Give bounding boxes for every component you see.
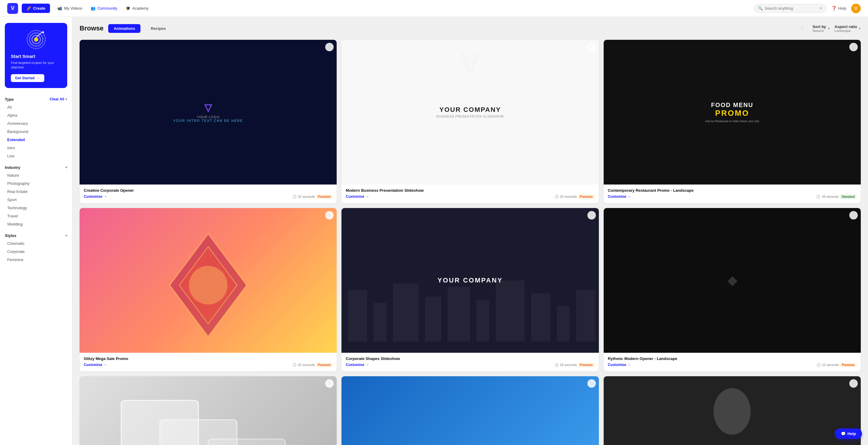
svg-rect-14 [476, 300, 490, 342]
industry-header[interactable]: Industry ▾ [0, 162, 72, 172]
sidebar-promo: Start Smart Find targeted recipes for yo… [5, 23, 67, 88]
fav-button-9[interactable]: ♡ [849, 379, 858, 388]
card-corporate-shapes: YOUR COMPANY [341, 208, 598, 372]
card-info-4: Glitzy Mega Sale Promo Customise → 🕐 22 … [80, 353, 337, 372]
search-icon: 🔍 [758, 6, 763, 10]
sidebar-item-sport[interactable]: Sport [5, 196, 67, 204]
card-urban-portrait: ♡ Urban Portrait Opener Customise → 🕐 15… [604, 376, 861, 445]
card-rythmic-opener: ◆ ♡ Rythmic Modern Opener - Landscape Cu… [604, 208, 861, 372]
clear-search-icon[interactable]: ✕ [819, 6, 823, 10]
clock-icon: 🕐 [292, 363, 297, 367]
main-content: Browse Animations Recipes ♡ Sort by Newe… [72, 17, 868, 445]
thumb-inner-8 [341, 376, 598, 445]
card-thumb-3: FOOD MENU PROMO visit our Restaurant on … [604, 40, 861, 184]
sort-control[interactable]: Sort by Newest ▾ [812, 24, 830, 33]
arrow-icon: → [103, 195, 107, 199]
card-meta-6: Customise → 🕐 12 seconds Premium [608, 363, 857, 367]
sidebar-item-extended[interactable]: Extended [5, 136, 67, 144]
customise-link-3[interactable]: Customise → [608, 195, 631, 199]
badge-2: Premium [578, 195, 595, 199]
card-glitzy-sale: ♡ Glitzy Mega Sale Promo Customise → 🕐 2… [80, 208, 337, 372]
card-title-4: Glitzy Mega Sale Promo [84, 356, 333, 361]
rocket-icon: 🚀 [27, 6, 31, 10]
svg-rect-16 [531, 293, 551, 342]
get-started-button[interactable]: Get Started → [11, 74, 44, 82]
fav-button-5[interactable]: ♡ [587, 211, 596, 219]
customise-link-4[interactable]: Customise → [84, 363, 107, 367]
customise-link-5[interactable]: Customise → [346, 363, 369, 367]
portrait-svg [655, 384, 809, 445]
sidebar-item-technology[interactable]: Technology [5, 204, 67, 212]
help-fab-button[interactable]: 💬 Help [835, 428, 862, 439]
target-icon [26, 29, 47, 50]
sidebar-type-section: Type Clear All ▾ All Alpha Anniversary B… [0, 94, 72, 160]
sidebar-item-cinematic[interactable]: Cinematic [5, 240, 67, 247]
search-input[interactable] [765, 6, 817, 10]
tab-recipes[interactable]: Recipes [145, 24, 171, 33]
sidebar-item-all[interactable]: All [5, 103, 67, 111]
sidebar-item-anniversary[interactable]: Anniversary [5, 120, 67, 127]
fav-button-6[interactable]: ♡ [849, 211, 858, 219]
card-corp-presentation: ♡ Corporate Presentation Customise → 🕐 2… [341, 376, 598, 445]
sidebar-item-background[interactable]: Background [5, 128, 67, 136]
customise-link-6[interactable]: Customise → [608, 363, 631, 367]
card-meta-3: Customise → 🕐 28 seconds Standard [608, 195, 857, 199]
nav-community[interactable]: 👥 Community [91, 6, 117, 10]
sidebar-item-live[interactable]: Live [5, 152, 67, 160]
thumb-inner-9 [604, 376, 861, 445]
sidebar-item-travel[interactable]: Travel [5, 212, 67, 220]
clock-icon: 🕐 [816, 363, 821, 367]
aspect-label: Aspect ratio Landscape [835, 24, 857, 33]
help-button[interactable]: ❓ Help [831, 6, 846, 11]
clear-all-button[interactable]: Clear All ▾ [50, 97, 67, 101]
arrow-icon: → [627, 363, 631, 367]
top-nav: V 🚀 Create 📹 My Videos 👥 Community 🎓 Aca… [0, 0, 868, 17]
nav-right: 🔍 ✕ ❓ Help V [754, 4, 861, 13]
sidebar-item-photography[interactable]: Photography [5, 180, 67, 187]
search-box[interactable]: 🔍 ✕ [754, 4, 827, 13]
sidebar-item-feminine[interactable]: Feminine [5, 256, 67, 264]
type-header: Type Clear All ▾ [5, 94, 67, 103]
favorites-button[interactable]: ♡ [797, 23, 808, 34]
fav-button-8[interactable]: ♡ [587, 379, 596, 388]
nav-academy[interactable]: 🎓 Academy [126, 6, 149, 10]
card-duration-2: 🕐 20 seconds Premium [555, 195, 595, 199]
customise-link-1[interactable]: Customise → [84, 195, 107, 199]
thumb-inner-4 [80, 208, 337, 353]
card-title-5: Corporate Shapes Slideshow [346, 356, 594, 361]
sidebar-item-alpha[interactable]: Alpha [5, 112, 67, 119]
fav-button-2[interactable]: ♡ [587, 43, 596, 51]
card-duration-4: 🕐 22 seconds Premium [292, 363, 333, 367]
card-modern-business: YOUR COMPANY BUSINESS PRESENTATION SLIDE… [341, 40, 598, 203]
badge-5: Premium [578, 363, 595, 367]
card-title-3: Contemporary Restaurant Promo - Landscap… [608, 188, 857, 192]
card-info-2: Modern Business Presentation Slideshow C… [341, 184, 598, 203]
aspect-control[interactable]: Aspect ratio Landscape ▾ [835, 24, 861, 33]
svg-rect-17 [557, 306, 570, 341]
tab-animations[interactable]: Animations [108, 24, 141, 33]
logo[interactable]: V [7, 3, 18, 14]
card-thumb-4: ♡ [80, 208, 337, 353]
nav-my-videos[interactable]: 📹 My Videos [57, 6, 82, 10]
sidebar-item-real-estate[interactable]: Real Estate [5, 188, 67, 196]
create-button[interactable]: 🚀 Create [22, 4, 50, 13]
card-restaurant-promo: FOOD MENU PROMO visit our Restaurant on … [604, 40, 861, 203]
styles-header[interactable]: Styles ▾ [0, 230, 72, 240]
customise-link-2[interactable]: Customise → [346, 195, 369, 199]
card-title-1: Creative Corporate Opener [84, 188, 333, 192]
page-wrapper: Start Smart Find targeted recipes for yo… [0, 17, 868, 445]
thumb-inner-6: ◆ [604, 208, 861, 353]
fav-button-3[interactable]: ♡ [849, 43, 858, 51]
svg-point-22 [714, 388, 751, 435]
card-info-3: Contemporary Restaurant Promo - Landscap… [604, 184, 861, 203]
promo-graphic [26, 29, 47, 50]
card-thumb-6: ◆ ♡ [604, 208, 861, 353]
user-avatar[interactable]: V [851, 4, 861, 13]
arrow-icon: → [366, 195, 369, 199]
sidebar-item-intro[interactable]: Intro [5, 144, 67, 152]
card-info-1: Creative Corporate Opener Customise → 🕐 … [80, 184, 337, 203]
sidebar-item-wedding[interactable]: Wedding [5, 220, 67, 228]
card-thumb-8: ♡ [341, 376, 598, 445]
sidebar-item-nature[interactable]: Nature [5, 172, 67, 179]
sidebar-item-corporate[interactable]: Corporate [5, 248, 67, 255]
